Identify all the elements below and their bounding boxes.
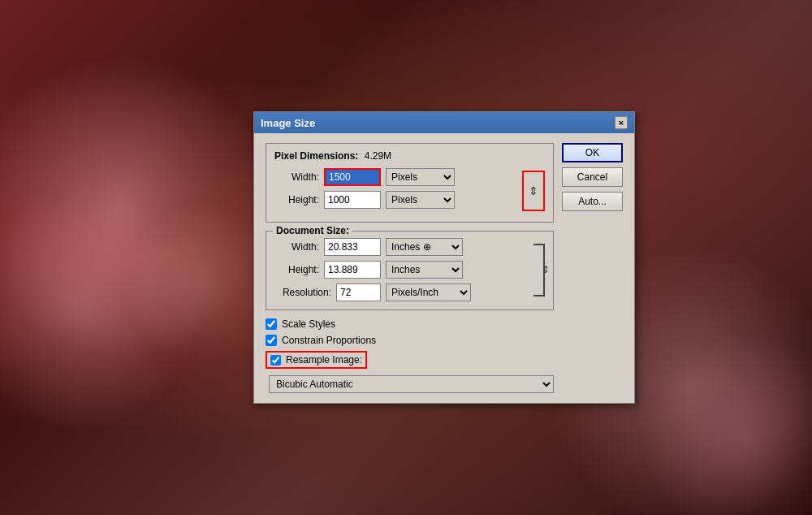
doc-resolution-input[interactable]: [336, 283, 381, 301]
image-size-dialog: Image Size × Pixel Dimensions: 4.29M Wid…: [253, 111, 635, 404]
doc-width-label: Width:: [274, 241, 319, 253]
doc-width-input[interactable]: [324, 238, 381, 256]
constrain-proportions-checkbox[interactable]: [266, 335, 277, 346]
dialog-main: Pixel Dimensions: 4.29M Width: Pixels Pe…: [266, 143, 554, 393]
pixel-width-row: Width: Pixels Percent: [274, 168, 517, 186]
auto-button[interactable]: Auto...: [562, 192, 623, 211]
dialog-close-button[interactable]: ×: [615, 116, 628, 129]
scale-styles-checkbox[interactable]: [266, 318, 277, 330]
pixel-dimensions-header: Pixel Dimensions: 4.29M: [274, 150, 545, 162]
doc-fields-wrapper: Width: Inches ⊕ Centimeters Height:: [274, 238, 545, 301]
doc-resolution-unit-select[interactable]: Pixels/Inch Pixels/Centimeter: [386, 283, 471, 301]
doc-width-row: Width: Inches ⊕ Centimeters: [274, 238, 529, 256]
dialog-titlebar: Image Size ×: [254, 112, 634, 133]
resample-image-checkbox[interactable]: [270, 355, 281, 366]
dialog-title: Image Size: [261, 117, 315, 129]
doc-link-bracket: ⇕: [533, 244, 545, 296]
doc-height-row: Height: Inches Centimeters: [274, 261, 529, 279]
checkboxes-section: Scale Styles Constrain Proportions Resam…: [266, 318, 554, 374]
pixel-height-unit-select[interactable]: Pixels Percent: [386, 191, 455, 209]
scale-styles-label: Scale Styles: [282, 318, 335, 330]
resample-image-label: Resample Image:: [286, 354, 362, 366]
doc-height-label: Height:: [274, 264, 319, 275]
doc-height-input[interactable]: [324, 261, 381, 279]
resample-image-row: Resample Image:: [266, 351, 367, 369]
cancel-button[interactable]: Cancel: [562, 167, 623, 187]
pixel-link-icon[interactable]: ⇕: [522, 171, 545, 211]
scale-styles-row: Scale Styles: [266, 318, 554, 330]
resample-method-section: Bicubic Automatic Bicubic Bicubic Smooth…: [266, 374, 554, 393]
pixel-width-input[interactable]: [324, 168, 381, 186]
constrain-proportions-row: Constrain Proportions: [266, 335, 554, 346]
doc-link-icon: ⇕: [542, 264, 550, 275]
ok-button[interactable]: OK: [562, 143, 623, 162]
resample-method-select[interactable]: Bicubic Automatic Bicubic Bicubic Smooth…: [269, 375, 554, 393]
pixel-dimensions-section: Pixel Dimensions: 4.29M Width: Pixels Pe…: [266, 143, 554, 223]
pixel-height-input[interactable]: [324, 191, 381, 209]
document-size-section: Document Size: Width: Inches ⊕ Centimete…: [266, 231, 554, 310]
pixel-width-unit-select[interactable]: Pixels Percent: [386, 168, 455, 186]
doc-width-unit-select[interactable]: Inches ⊕ Centimeters: [386, 238, 463, 256]
doc-resolution-row: Resolution: Pixels/Inch Pixels/Centimete…: [274, 283, 529, 301]
document-size-label: Document Size:: [273, 225, 352, 236]
pixel-height-row: Height: Pixels Percent: [274, 191, 517, 209]
constrain-proportions-label: Constrain Proportions: [282, 335, 376, 346]
doc-resolution-label: Resolution:: [274, 287, 331, 298]
doc-fields: Width: Inches ⊕ Centimeters Height:: [274, 238, 529, 301]
dialog-buttons: OK Cancel Auto...: [562, 143, 623, 393]
pixel-width-label: Width:: [274, 171, 319, 183]
doc-height-unit-select[interactable]: Inches Centimeters: [386, 261, 463, 279]
pixel-height-label: Height:: [274, 194, 319, 206]
dialog-body: Pixel Dimensions: 4.29M Width: Pixels Pe…: [254, 133, 634, 403]
